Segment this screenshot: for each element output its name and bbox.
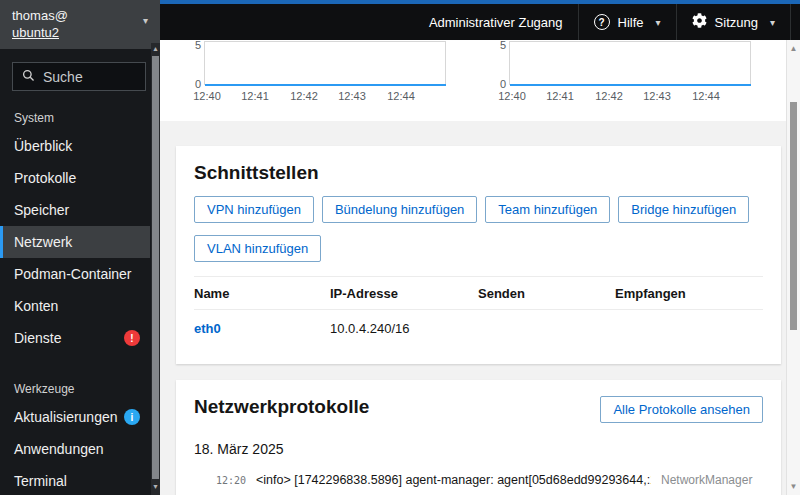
view-all-logs-button[interactable]: Alle Protokolle ansehen <box>600 396 763 423</box>
sidebar: thomas@ ubuntu2 ▾ System Überblick Proto… <box>0 0 160 495</box>
admin-access-button[interactable]: Administrativer Zugang <box>414 4 578 40</box>
log-time: 12:20 <box>214 475 246 486</box>
sidebar-item-protokolle[interactable]: Protokolle <box>0 162 150 194</box>
column-header-ip: IP-Adresse <box>330 277 478 310</box>
sidebar-item-label: Netzwerk <box>14 234 72 250</box>
x-tick: 12:44 <box>387 90 415 102</box>
column-header-receive: Empfangen <box>615 277 763 310</box>
table-header-row: Name IP-Adresse Senden Empfangen <box>194 277 763 310</box>
log-date: 18. März 2025 <box>194 441 763 457</box>
nav-section-system: System <box>0 99 150 130</box>
interfaces-title: Schnittstellen <box>194 162 763 184</box>
interface-eth0-link[interactable]: eth0 <box>194 321 221 336</box>
sidebar-scrollbar[interactable]: ▲ ▼ <box>151 43 160 495</box>
y-tick: 5 <box>195 40 201 51</box>
table-row[interactable]: eth0 10.0.4.240/16 <box>194 310 763 349</box>
spacer <box>791 4 800 40</box>
scroll-down-icon[interactable]: ▼ <box>787 482 800 491</box>
content-scrollbar-thumb[interactable] <box>790 102 797 330</box>
y-tick: 5 <box>500 40 506 51</box>
sidebar-item-label: Dienste <box>14 330 61 346</box>
y-axis: 5 0 <box>493 41 509 85</box>
main-area: Administrativer Zugang ? Hilfe ▾ Sitzung… <box>160 0 800 495</box>
sidebar-item-speicher[interactable]: Speicher <box>0 194 150 226</box>
scroll-up-icon[interactable]: ▲ <box>151 43 160 55</box>
sidebar-item-ueberblick[interactable]: Überblick <box>0 130 150 162</box>
chevron-down-icon: ▾ <box>143 15 148 26</box>
info-badge: i <box>124 409 140 425</box>
add-vlan-button[interactable]: VLAN hinzufügen <box>194 235 321 262</box>
y-tick: 0 <box>500 78 506 90</box>
chevron-down-icon: ▾ <box>770 17 775 28</box>
x-tick: 12:42 <box>290 90 318 102</box>
user-name: thomas@ <box>12 8 148 23</box>
x-tick: 12:43 <box>338 90 366 102</box>
add-team-button[interactable]: Team hinzufügen <box>485 196 610 223</box>
interfaces-table: Name IP-Adresse Senden Empfangen eth0 10… <box>194 276 763 348</box>
chevron-down-icon: ▾ <box>656 17 661 28</box>
sidebar-item-label: Konten <box>14 298 58 314</box>
log-row[interactable]: 12:20 <info> [1742296838.5896] agent-man… <box>194 465 763 495</box>
interfaces-card: Schnittstellen VPN hinzufügen Bündelung … <box>176 146 781 364</box>
masthead: Administrativer Zugang ? Hilfe ▾ Sitzung… <box>160 0 800 40</box>
chart-receive: 5 0 12:40 12:41 12:42 12:43 12:44 <box>493 41 754 103</box>
search-input[interactable] <box>43 69 133 85</box>
alert-badge: ! <box>124 330 140 346</box>
x-tick: 12:41 <box>241 90 269 102</box>
scroll-down-icon[interactable]: ▼ <box>151 481 160 493</box>
nav-section-werkzeuge: Werkzeuge <box>0 370 150 401</box>
help-menu[interactable]: ? Hilfe ▾ <box>579 4 676 40</box>
session-menu[interactable]: Sitzung ▾ <box>677 4 790 40</box>
sidebar-item-dienste[interactable]: Dienste ! <box>0 322 150 354</box>
logs-title: Netzwerkprotokolle <box>194 396 369 418</box>
log-service: NetworkManager <box>661 473 763 487</box>
x-tick: 12:42 <box>595 90 623 102</box>
interface-send <box>478 310 615 349</box>
sidebar-item-podman-container[interactable]: Podman-Container <box>0 258 150 290</box>
scroll-up-icon[interactable]: ▲ <box>787 44 800 53</box>
add-bridge-button[interactable]: Bridge hinzufügen <box>618 196 749 223</box>
session-label: Sitzung <box>715 15 758 30</box>
chart-send: 5 0 12:40 12:41 12:42 12:43 12:44 <box>188 41 449 103</box>
interface-receive <box>615 310 763 349</box>
search-box[interactable] <box>12 62 146 91</box>
sidebar-item-terminal[interactable]: Terminal <box>0 465 150 495</box>
log-message: <info> [1742296838.5896] agent-manager: … <box>256 473 651 487</box>
sidebar-item-label: Anwendungen <box>14 441 104 457</box>
sidebar-item-label: Überblick <box>14 138 72 154</box>
chart-plot-area <box>204 41 446 85</box>
log-list: 12:20 <info> [1742296838.5896] agent-man… <box>194 465 763 495</box>
user-menu[interactable]: thomas@ ubuntu2 ▾ <box>0 0 160 49</box>
sidebar-item-konten[interactable]: Konten <box>0 290 150 322</box>
column-header-send: Senden <box>478 277 615 310</box>
sidebar-item-anwendungen[interactable]: Anwendungen <box>0 433 150 465</box>
logs-card: Netzwerkprotokolle Alle Protokolle anseh… <box>176 380 781 495</box>
host-name: ubuntu2 <box>12 25 148 40</box>
page-content: 5 0 12:40 12:41 12:42 12:43 12:44 <box>160 40 800 495</box>
y-tick: 0 <box>195 78 201 90</box>
content-scrollbar[interactable]: ▲ ▼ <box>786 40 800 495</box>
help-label: Hilfe <box>618 15 644 30</box>
x-tick: 12:40 <box>193 90 221 102</box>
sidebar-item-label: Terminal <box>14 473 67 489</box>
sidebar-item-label: Protokolle <box>14 170 76 186</box>
x-tick: 12:43 <box>643 90 671 102</box>
sidebar-item-aktualisierungen[interactable]: Aktualisierungen i <box>0 401 150 433</box>
add-bond-button[interactable]: Bündelung hinzufügen <box>322 196 477 223</box>
sidebar-item-label: Aktualisierungen <box>14 409 118 425</box>
traffic-charts: 5 0 12:40 12:41 12:42 12:43 12:44 <box>160 40 786 121</box>
x-axis: 12:40 12:41 12:42 12:43 12:44 <box>512 90 754 103</box>
x-axis: 12:40 12:41 12:42 12:43 12:44 <box>207 90 449 103</box>
gear-icon <box>692 13 707 31</box>
admin-access-label: Administrativer Zugang <box>429 15 563 30</box>
sidebar-item-label: Podman-Container <box>14 266 132 282</box>
chart-line <box>205 84 446 86</box>
sidebar-item-netzwerk[interactable]: Netzwerk <box>0 226 150 258</box>
chart-plot-area <box>509 41 751 85</box>
x-tick: 12:44 <box>692 90 720 102</box>
sidebar-scrollbar-thumb[interactable] <box>152 56 159 479</box>
x-tick: 12:41 <box>546 90 574 102</box>
column-header-name: Name <box>194 277 330 310</box>
add-vpn-button[interactable]: VPN hinzufügen <box>194 196 314 223</box>
sidebar-item-label: Speicher <box>14 202 69 218</box>
